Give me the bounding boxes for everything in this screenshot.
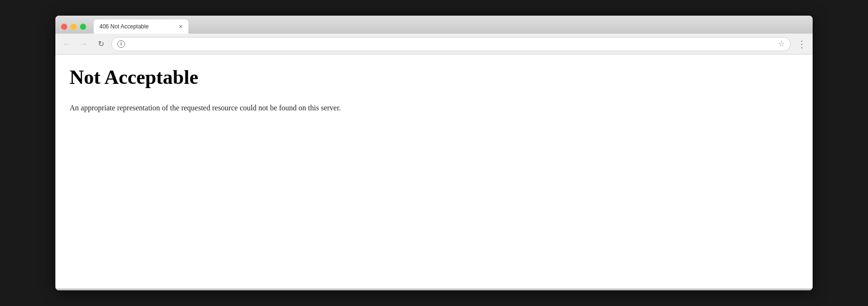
bookmark-icon[interactable]: ☆: [778, 39, 785, 48]
forward-button[interactable]: →: [77, 37, 90, 51]
close-button[interactable]: [61, 24, 67, 30]
tab-close-button[interactable]: ×: [179, 23, 183, 30]
active-tab[interactable]: 406 Not Acceptable ×: [94, 19, 188, 34]
tab-title: 406 Not Acceptable: [99, 23, 175, 30]
back-icon: ←: [63, 40, 71, 48]
error-description: An appropriate representation of the req…: [70, 102, 798, 114]
new-tab-button[interactable]: [188, 21, 202, 33]
browser-menu-button[interactable]: ⋮: [795, 37, 808, 51]
maximize-button[interactable]: [80, 24, 86, 30]
reload-icon: ↻: [98, 39, 104, 48]
minimize-button[interactable]: [71, 24, 77, 30]
security-info-icon: i: [117, 40, 125, 48]
forward-icon: →: [80, 40, 88, 48]
url-bar[interactable]: i ☆: [111, 37, 791, 51]
address-bar: ← → ↻ i ☆ ⋮: [55, 34, 813, 54]
more-options-icon: ⋮: [797, 38, 806, 50]
back-button[interactable]: ←: [60, 37, 73, 51]
window-controls: [61, 24, 94, 34]
browser-bottom-bar: [55, 288, 813, 290]
page-content: Not Acceptable An appropriate representa…: [55, 54, 813, 288]
reload-button[interactable]: ↻: [94, 37, 107, 51]
error-heading: Not Acceptable: [70, 66, 798, 89]
title-bar: 406 Not Acceptable ×: [55, 16, 813, 34]
browser-window: 406 Not Acceptable × ← → ↻ i ☆ ⋮ Not A: [55, 16, 813, 290]
tab-bar: 406 Not Acceptable ×: [94, 19, 813, 34]
